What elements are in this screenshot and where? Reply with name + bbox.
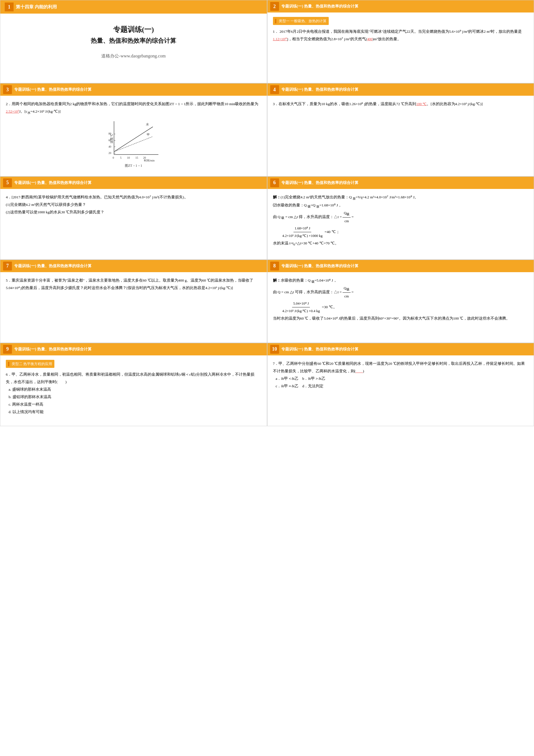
cell-2: 2 专题训练(一) 热量、热值和热效率的综合计算 类型一 一般吸热、放热的计算 … (267, 0, 534, 83)
svg-text:甲: 甲 (147, 133, 150, 136)
cell-body-4: 3．在标准大气压下，质量为10 kg的水，吸收1.26×10⁶ j的热量，温度能… (267, 96, 534, 112)
type-tag-9: 类型二 热平衡方程的应用 (6, 360, 54, 368)
chapter-title: 第十四章 内能的利用 (16, 4, 57, 10)
cell-badge-5: 5 (3, 178, 12, 187)
graph-container-2: 温度/℃ 0 5 10 15 20 时间/min 20 40 60 80 (6, 119, 261, 169)
website: 道格办公-www.daogebangong.com (6, 53, 261, 59)
q7-answer (356, 369, 363, 373)
cell-8: 8 专题训练(一) 热量、热值和热效率的综合计算 解：水吸收的热量：Q 吸=5.… (267, 260, 534, 343)
cell-header-6: 6 专题训练(一) 热量、热值和热效率的综合计算 (267, 177, 534, 189)
cell-header-text-10: 专题训练(一) 热量、热值和热效率的综合计算 (281, 347, 359, 352)
q5-text: 5．重庆温泉资源十分丰富，被誉为"温泉之都"，温泉水主要靠地热，温度大多在60 … (6, 277, 261, 292)
cell-badge-7: 7 (3, 262, 12, 271)
cell-header-text-8: 专题训练(一) 热量、热值和热效率的综合计算 (281, 263, 359, 269)
cell-header-text-6: 专题训练(一) 热量、热值和热效率的综合计算 (281, 180, 359, 185)
q6-text: 6．甲、乙两杯冷水，质量相同，初温也相同。将质量和初温都相同，但温度比水高的金属… (6, 371, 261, 416)
graph-2: 温度/℃ 0 5 10 15 20 时间/min 20 40 60 80 (106, 119, 161, 163)
sol5-calc: 5.04×10⁴ J 4.2×10³ J/(kg·℃) ×0.4 kg =30 … (281, 305, 337, 309)
cell-header-7: 7 专题训练(一) 热量、热值和热效率的综合计算 (0, 260, 267, 272)
cell-body-6: 解：(1)完全燃烧4.2 m³的天然气放出的热量：Q 放=Vq=4.2 m³×4… (267, 189, 534, 252)
svg-line-17 (114, 127, 153, 152)
svg-text:水: 水 (146, 122, 149, 126)
sol4-label: 解： (273, 195, 281, 199)
svg-text:15: 15 (135, 156, 138, 159)
svg-text:80: 80 (108, 132, 111, 135)
cell-badge-4: 4 (270, 85, 279, 94)
q6-choices: a. 盛铜球的那杯水末温高 b. 盛铝球的那杯水末温高 c. 两杯水温度一样高 … (9, 386, 261, 416)
cell-9: 9 专题训练(一) 热量、热值和热效率的综合计算 类型二 热平衡方程的应用 6．… (0, 343, 267, 426)
cell-header-3: 3 专题训练(一) 热量、热值和热效率的综合计算 (0, 84, 267, 96)
fraction-sol5: Q吸 cm (343, 284, 350, 300)
cell-body-3: 2．用两个相同的电加热器给质量同为2 kg的物质甲和水加热，它们的温度随时间的变… (0, 96, 267, 176)
cell-3: 3 专题训练(一) 热量、热值和热效率的综合计算 2．用两个相同的电加热器给质量… (0, 83, 267, 176)
cell-header-4: 4 专题训练(一) 热量、热值和热效率的综合计算 (267, 84, 534, 96)
sol4-calc: 1.68×10⁸ J 4.2×10³ J/(kg·℃) ×1000 kg =40… (281, 230, 340, 234)
fraction-sol4: Q吸 cm (343, 209, 350, 225)
q4-text: 4．[2017·黔西南州]某学校锅炉用天然气做燃料给水加热。已知天然气的热值为4… (6, 193, 261, 216)
graph-caption-2: 图ZT－1－1 (125, 163, 142, 169)
cell-badge-8: 8 (270, 262, 279, 271)
cell-6: 6 专题训练(一) 热量、热值和热效率的综合计算 解：(1)完全燃烧4.2 m³… (267, 176, 534, 260)
cell-header-9: 9 专题训练(一) 热量、热值和热效率的综合计算 (0, 343, 267, 355)
sub-title: 热量、热值和热效率的综合计算 (6, 37, 261, 45)
cell-badge-2: 2 (270, 2, 279, 11)
cell-header-text-4: 专题训练(一) 热量、热值和热效率的综合计算 (281, 87, 359, 92)
svg-text:40: 40 (108, 145, 111, 148)
cell-body-7: 5．重庆温泉资源十分丰富，被誉为"温泉之都"，温泉水主要靠地热，温度大多在60 … (0, 272, 267, 296)
type-tag-2: 类型一 一般吸热、放热的计算 (273, 17, 329, 25)
q1-answer2: 400 (367, 37, 373, 41)
chapter-header: 1 第十四章 内能的利用 (0, 0, 267, 14)
cell-body-9: 类型二 热平衡方程的应用 6．甲、乙两杯冷水，质量相同，初温也相同。将质量和初温… (0, 355, 267, 420)
cell-badge-9: 9 (3, 345, 12, 354)
cell-header-5: 5 专题训练(一) 热量、热值和热效率的综合计算 (0, 177, 267, 189)
cell-badge-6: 6 (270, 178, 279, 187)
q1-answer1: 1.12×10¹⁰ (273, 37, 287, 41)
svg-line-19 (114, 137, 153, 152)
main-title: 专题训练(一) (6, 25, 261, 34)
q1-text: 1． 2017年6月2日中央电视台报道，我国在南海海底实现"可燃冰"连续稳定产气… (273, 28, 528, 43)
sol4-text: 解：(1)完全燃烧4.2 m³的天然气放出的热量：Q 放=Vq=4.2 m³×4… (273, 193, 528, 248)
sol5-text: 解：水吸收的热量：Q 吸=5.04×10⁴ J， 由 Q = cm △t 可得，… (273, 277, 528, 322)
cell-badge-10: 10 (270, 345, 279, 354)
fraction-sol5-2: 5.04×10⁴ J 4.2×10³ J/(kg·℃) ×0.4 kg (281, 300, 321, 314)
cell-body-8: 解：水吸收的热量：Q 吸=5.04×10⁴ J， 由 Q = cm △t 可得，… (267, 272, 534, 327)
cell-header-text-9: 专题训练(一) 热量、热值和热效率的综合计算 (14, 347, 92, 352)
q2-text: 2．用两个相同的电加热器给质量同为2 kg的物质甲和水加热，它们的温度随时间的变… (6, 100, 261, 116)
cell-10: 10 专题训练(一) 热量、热值和热效率的综合计算 7．甲、乙两杯中分别盛有60… (267, 343, 534, 426)
svg-text:60: 60 (108, 139, 111, 142)
cell-5: 5 专题训练(一) 热量、热值和热效率的综合计算 4．[2017·黔西南州]某学… (0, 176, 267, 260)
sol5-label: 解： (273, 278, 281, 283)
q1-num: 1． (273, 29, 279, 34)
q7-text: 7．甲、乙两杯中分别盛有60 ℃和20 ℃质量相同的水，现将一温度为20 ℃的铁… (273, 360, 528, 390)
cell-badge-3: 3 (3, 85, 12, 94)
q3-answer: 100 ℃ (416, 102, 427, 106)
cell-badge-1: 1 (5, 3, 13, 12)
q3-text: 3．在标准大气压下，质量为10 kg的水，吸收1.26×10⁶ j的热量，温度能… (273, 100, 528, 108)
cell-body-2: 类型一 一般吸热、放热的计算 1． 2017年6月2日中央电视台报道，我国在南海… (267, 13, 534, 47)
page-grid: 1 第十四章 内能的利用 专题训练(一) 热量、热值和热效率的综合计算 道格办公… (0, 0, 534, 426)
title-body: 专题训练(一) 热量、热值和热效率的综合计算 道格办公-www.daogeban… (0, 14, 267, 65)
cell-body-10: 7．甲、乙两杯中分别盛有60 ℃和20 ℃质量相同的水，现将一温度为20 ℃的铁… (267, 355, 534, 394)
cell-header-8: 8 专题训练(一) 热量、热值和热效率的综合计算 (267, 260, 534, 272)
cell-1: 1 第十四章 内能的利用 专题训练(一) 热量、热值和热效率的综合计算 道格办公… (0, 0, 267, 83)
svg-text:20: 20 (108, 151, 111, 154)
cell-header-text-2: 专题训练(一) 热量、热值和热效率的综合计算 (281, 4, 359, 9)
cell-header-text-7: 专题训练(一) 热量、热值和热效率的综合计算 (14, 263, 92, 269)
q2-answer1: 2.52×10⁵ (6, 109, 19, 114)
svg-text:0: 0 (113, 156, 114, 159)
cell-header-10: 10 专题训练(一) 热量、热值和热效率的综合计算 (267, 343, 534, 355)
svg-text:时间/min: 时间/min (144, 159, 154, 162)
svg-text:5: 5 (120, 156, 121, 159)
fraction-sol4-2: 1.68×10⁸ J 4.2×10³ J/(kg·℃) ×1000 kg (281, 225, 324, 239)
cell-header-2: 2 专题训练(一) 热量、热值和热效率的综合计算 (267, 0, 534, 13)
cell-body-5: 4．[2017·黔西南州]某学校锅炉用天然气做燃料给水加热。已知天然气的热值为4… (0, 189, 267, 220)
svg-text:10: 10 (127, 156, 130, 159)
q7-choices: a．δt甲＜δt乙 b．δt甲＞δt乙 c．δt甲＝δt乙 d．无法判定 (276, 375, 528, 390)
cell-header-text-5: 专题训练(一) 热量、热值和热效率的综合计算 (14, 180, 92, 185)
cell-4: 4 专题训练(一) 热量、热值和热效率的综合计算 3．在标准大气压下，质量为10… (267, 83, 534, 176)
cell-7: 7 专题训练(一) 热量、热值和热效率的综合计算 5．重庆温泉资源十分丰富，被誉… (0, 260, 267, 343)
cell-header-text-3: 专题训练(一) 热量、热值和热效率的综合计算 (14, 87, 92, 92)
